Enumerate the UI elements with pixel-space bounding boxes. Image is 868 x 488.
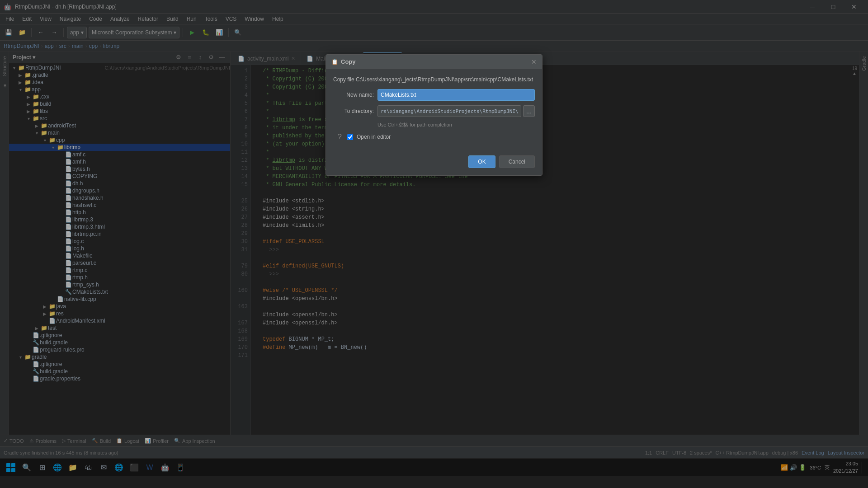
open-in-editor-row: ? Open in editor bbox=[338, 133, 535, 141]
open-in-editor-checkbox[interactable] bbox=[347, 134, 353, 140]
new-name-input[interactable] bbox=[377, 89, 535, 101]
to-dir-input[interactable] bbox=[377, 105, 521, 117]
copy-dialog-icon: 📋 bbox=[331, 59, 338, 65]
copy-dialog: 📋 Copy ✕ Copy file C:\Users\xiangang\_je… bbox=[326, 54, 542, 176]
dialog-to-dir-field: To directory: … bbox=[333, 105, 535, 117]
dialog-footer: OK Cancel bbox=[326, 155, 542, 175]
dialog-title-area: 📋 Copy bbox=[331, 58, 356, 65]
help-icon[interactable]: ? bbox=[338, 133, 342, 141]
open-in-editor-label: Open in editor bbox=[357, 134, 391, 140]
dialog-close-button[interactable]: ✕ bbox=[531, 58, 537, 66]
dialog-body: Copy file C:\Users\xiangang\_jects\RtmpD… bbox=[326, 69, 542, 155]
to-dir-label: To directory: bbox=[333, 108, 374, 114]
dialog-overlay: 📋 Copy ✕ Copy file C:\Users\xiangang\_je… bbox=[0, 0, 868, 488]
new-name-label: New name: bbox=[333, 92, 374, 98]
dialog-title-text: Copy bbox=[341, 58, 356, 65]
cancel-button[interactable]: Cancel bbox=[499, 155, 535, 168]
dir-input-row: … bbox=[377, 105, 535, 117]
browse-button[interactable]: … bbox=[523, 105, 535, 117]
dialog-new-name-field: New name: bbox=[333, 89, 535, 101]
ok-button[interactable]: OK bbox=[468, 155, 495, 168]
path-hint: Use Ctrl+空格 for path completion bbox=[377, 122, 535, 128]
dialog-copy-path: Copy file C:\Users\xiangang\_jects\RtmpD… bbox=[333, 76, 535, 83]
dialog-titlebar: 📋 Copy ✕ bbox=[326, 55, 542, 69]
